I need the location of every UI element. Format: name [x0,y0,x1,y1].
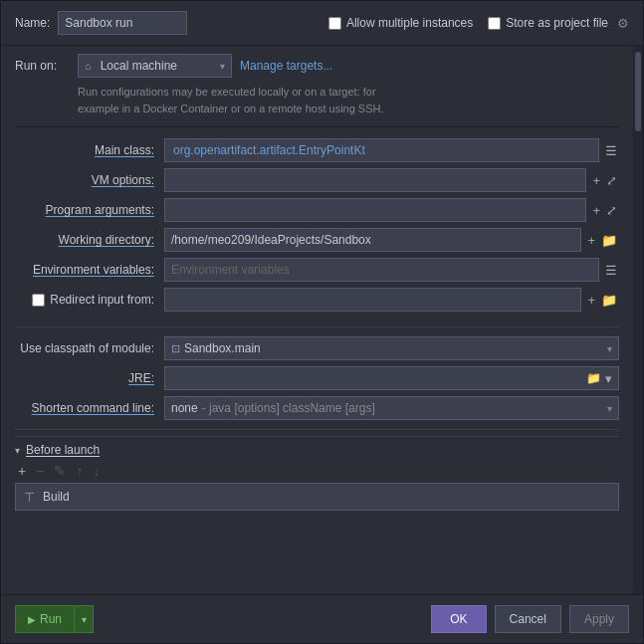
working-dir-row: Working directory: + 📁 [15,225,619,255]
apply-button[interactable]: Apply [569,605,629,633]
jre-input-group[interactable]: 📁 ▾ [164,366,619,390]
program-args-add-btn[interactable]: + [590,202,602,219]
redirect-browse-btn[interactable]: 📁 [599,292,619,309]
redirect-label-area: Redirect input from: [15,293,164,307]
redirect-row: Redirect input from: + 📁 [15,285,619,315]
program-args-input[interactable] [164,198,586,222]
store-project-checkbox[interactable] [488,17,501,30]
run-dropdown-btn[interactable]: ▾ [75,605,94,633]
redirect-checkbox[interactable] [32,294,45,307]
section-sep-2 [15,429,619,430]
program-args-row: Program arguments: + ⤢ [15,195,619,225]
working-dir-label: Working directory: [15,233,164,247]
shorten-label: Shorten command line: [15,401,164,415]
main-layout: Run on: ⌂ Local machine ▾ Manage targets… [1,46,643,594]
ok-button[interactable]: OK [431,605,486,633]
env-vars-browse-btn[interactable]: ☰ [603,262,619,279]
working-dir-browse-btn[interactable]: 📁 [599,232,619,249]
home-icon: ⌂ [85,60,92,72]
redirect-icons: + 📁 [585,292,619,309]
jre-folder-btn[interactable]: 📁 [584,370,603,386]
options-group: Allow multiple instances Store as projec… [328,16,629,31]
run-button[interactable]: ▶ Run [15,605,75,633]
shorten-select[interactable]: none - java [options] className [args] ▾ [164,396,619,420]
run-on-chevron: ▾ [220,61,225,72]
before-launch-up-btn[interactable]: ↑ [73,463,86,479]
build-icon: ⊤ [24,490,35,505]
vm-options-icons: + ⤢ [590,172,619,189]
classpath-row: Use classpath of module: ⊡ Sandbox.main … [15,333,619,363]
collapse-arrow-icon[interactable]: ▾ [15,445,20,456]
scrollbar-thumb[interactable] [635,52,641,131]
bottom-bar: ▶ Run ▾ OK Cancel Apply [1,594,643,643]
main-class-label: Main class: [15,143,164,157]
program-args-icons: + ⤢ [590,202,619,219]
vm-options-add-btn[interactable]: + [590,172,602,189]
shorten-value: none [171,401,198,415]
top-bar: Name: Allow multiple instances Store as … [1,1,643,46]
shorten-suffix: - java [options] className [args] [202,401,375,415]
jre-label: JRE: [15,371,164,385]
run-on-select[interactable]: ⌂ Local machine ▾ [78,54,232,78]
classpath-value: Sandbox.main [184,341,261,355]
working-dir-input[interactable] [164,228,581,252]
build-item[interactable]: ⊤ Build [15,483,619,511]
run-button-group: ▶ Run ▾ [15,605,94,633]
working-dir-icons: + 📁 [585,232,619,249]
main-class-icons: ☰ [603,142,619,159]
program-args-label: Program arguments: [15,203,164,217]
before-launch-remove-btn[interactable]: − [33,463,47,479]
before-launch-header: ▾ Before launch [15,436,619,461]
before-launch-title: Before launch [26,443,100,457]
name-input[interactable] [58,11,187,35]
manage-targets-link[interactable]: Manage targets... [240,59,332,73]
store-project-label[interactable]: Store as project file [488,16,608,30]
section-sep-1 [15,326,619,327]
jre-chevron-btn[interactable]: ▾ [603,370,614,387]
vm-options-input[interactable] [164,168,586,192]
divider-1 [15,126,619,127]
before-launch-edit-btn[interactable]: ✎ [51,463,69,479]
redirect-add-btn[interactable]: + [585,292,597,309]
build-label: Build [43,490,70,504]
run-on-label: Run on: [15,59,70,73]
vm-options-label: VM options: [15,173,164,187]
before-launch-down-btn[interactable]: ↓ [90,463,103,479]
jre-row: JRE: 📁 ▾ [15,363,619,393]
form-area: Run on: ⌂ Local machine ▾ Manage targets… [1,46,633,594]
main-class-browse-btn[interactable]: ☰ [603,142,619,159]
env-vars-input[interactable]: Environment variables [164,258,599,282]
working-dir-add-btn[interactable]: + [585,232,597,249]
vm-options-row: VM options: + ⤢ [15,165,619,195]
main-class-row: Main class: org.openartifact.artifact.En… [15,135,619,165]
env-vars-icons: ☰ [603,262,619,279]
scrollbar-rail[interactable] [633,46,643,594]
run-on-row: Run on: ⌂ Local machine ▾ Manage targets… [15,46,619,82]
bottom-spacer [15,511,619,531]
main-class-input[interactable]: org.openartifact.artifact.EntryPointKt [164,138,599,162]
description: Run configurations may be executed local… [15,82,619,124]
classpath-select[interactable]: ⊡ Sandbox.main ▾ [164,336,619,360]
cancel-button[interactable]: Cancel [495,605,561,633]
redirect-input[interactable] [164,288,581,312]
before-launch-add-btn[interactable]: + [15,463,29,479]
program-args-expand-btn[interactable]: ⤢ [604,202,619,219]
before-launch-section: ▾ Before launch + − ✎ ↑ ↓ ⊤ Build [15,436,619,511]
shorten-row: Shorten command line: none - java [optio… [15,393,619,423]
play-icon: ▶ [28,614,36,625]
shorten-chevron: ▾ [607,403,612,414]
vm-options-expand-btn[interactable]: ⤢ [604,172,619,189]
classpath-chevron: ▾ [607,343,612,354]
module-icon: ⊡ [171,342,180,355]
before-launch-toolbar: + − ✎ ↑ ↓ [15,461,619,483]
name-row: Name: [15,11,187,35]
run-on-value: Local machine [101,59,177,73]
gear-icon[interactable]: ⚙ [617,16,629,31]
allow-multiple-label[interactable]: Allow multiple instances [328,16,473,30]
allow-multiple-checkbox[interactable] [328,17,341,30]
env-vars-label: Environment variables: [15,263,164,277]
form-section: Main class: org.openartifact.artifact.En… [15,129,619,321]
name-label: Name: [15,16,50,30]
run-configuration-dialog: Name: Allow multiple instances Store as … [0,0,644,644]
env-vars-row: Environment variables: Environment varia… [15,255,619,285]
